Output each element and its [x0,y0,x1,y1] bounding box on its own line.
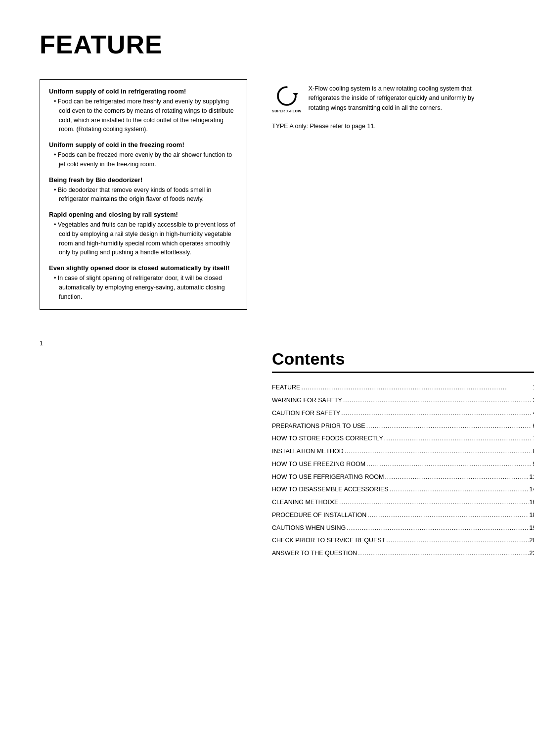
contents-item: HOW TO USE FREEZING ROOM9 [272,460,534,470]
contents-item-page: 19 [530,523,534,533]
contents-item-dots [347,523,528,533]
contents-item-dots [341,409,532,419]
contents-item: PREPARATIONS PRIOR TO USE6 [272,422,534,431]
contents-item-page: 20 [530,536,534,545]
contents-item-dots [384,434,532,444]
xflow-icon: SUPER X-FLOW [272,85,302,113]
left-column: Uniform supply of cold in refrigerating … [40,79,247,310]
contents-item-dots [367,511,528,520]
contents-item: ANSWER TO THE QUESTION22 [272,549,534,559]
text-uniform-freezing: • Foods can be freezed more evenly by th… [54,150,238,169]
type-note: TYPE A only: Please refer to page 11. [272,123,494,130]
text-uniform-refrigerating: • Food can be refrigerated more freshly … [54,97,238,134]
heading-rail-system: Rapid opening and closing by rail system… [49,211,238,218]
bottom-layout: 1 Contents FEATURE1WARNING FOR SAFETY2CA… [40,339,494,562]
contents-item-dots [339,498,528,508]
contents-item: HOW TO USE FEFRIGERATING ROOM11 [272,472,534,482]
heading-uniform-freezing: Uniform supply of cold in the freezing r… [49,141,238,148]
contents-list: FEATURE1WARNING FOR SAFETY2CAUTION FOR S… [272,383,534,559]
contents-item-page: 11 [530,472,534,482]
contents-item-dots [343,396,532,406]
contents-item-label: CHECK PRIOR TO SERVICE REQUEST [272,536,385,545]
contents-item-dots [385,472,528,482]
contents-item-dots [386,536,528,546]
text-bio-deodorizer: • Bio deodorizer that remove every kinds… [54,186,238,204]
contents-item-label: PREPARATIONS PRIOR TO USE [272,422,365,431]
contents-item: HOW TO STORE FOODS CORRECTLY7 [272,434,534,444]
contents-item-label: PROCEDURE OF INSTALLATION [272,511,366,520]
heading-bio-deodorizer: Being fresh by Bio deodorizer! [49,176,238,184]
text-rail-system: • Vegetables and fruits can be rapidly a… [54,220,238,257]
contents-title: Contents [272,349,534,373]
contents-section: Contents FEATURE1WARNING FOR SAFETY2CAUT… [272,349,534,559]
heading-auto-close: Even slightly opened door is closed auto… [49,264,238,272]
contents-item: FEATURE1 [272,383,534,393]
xflow-text: X-Flow cooling system is a new rotating … [309,84,494,113]
xflow-arrow-icon [276,85,298,107]
contents-item-dots [390,485,529,495]
bottom-left-spacer: 1 [40,339,247,562]
contents-item: HOW TO DISASSEMBLE ACCESSORIES14 [272,485,534,495]
contents-item-dots [358,549,528,559]
contents-item-page: 14 [530,485,534,494]
text-auto-close: • In case of slight opening of refrigera… [54,274,238,301]
contents-item-label: CAUTION FOR SAFETY [272,409,340,418]
contents-item: CAUTION FOR SAFETY4 [272,409,534,419]
contents-item-label: FEATURE [272,383,300,392]
contents-item-label: INSTALLATION METHOD [272,447,344,456]
contents-item-dots [366,460,532,470]
contents-item-label: WARNING FOR SAFETY [272,396,342,405]
contents-column: Contents FEATURE1WARNING FOR SAFETY2CAUT… [272,339,534,562]
contents-item-label: CLEANING METHODŒ [272,498,338,507]
contents-item-label: HOW TO USE FEFRIGERATING ROOM [272,472,384,482]
contents-item-label: HOW TO DISASSEMBLE ACCESSORIES [272,485,389,494]
feature-section-bio-deodorizer: Being fresh by Bio deodorizer! • Bio deo… [49,176,238,204]
main-layout: Uniform supply of cold in refrigerating … [40,79,494,310]
feature-box: Uniform supply of cold in refrigerating … [40,79,247,310]
xflow-label: SUPER X-FLOW [272,109,302,113]
contents-item-page: 22 [530,549,534,558]
right-column: SUPER X-FLOW X-Flow cooling system is a … [272,79,494,310]
feature-section-auto-close: Even slightly opened door is closed auto… [49,264,238,301]
page-number: 1 [40,340,43,347]
contents-item: PROCEDURE OF INSTALLATION18 [272,511,534,520]
contents-item-dots [301,383,532,393]
page-title: FEATURE [40,30,494,59]
contents-item: CAUTIONS WHEN USING19 [272,523,534,533]
heading-uniform-refrigerating: Uniform supply of cold in refrigerating … [49,88,238,95]
feature-section-uniform-refrigerating: Uniform supply of cold in refrigerating … [49,88,238,134]
contents-item: CLEANING METHODŒ16 [272,498,534,508]
contents-item-label: ANSWER TO THE QUESTION [272,549,357,558]
xflow-section: SUPER X-FLOW X-Flow cooling system is a … [272,84,494,113]
contents-item: WARNING FOR SAFETY2 [272,396,534,406]
contents-item-label: HOW TO STORE FOODS CORRECTLY [272,434,383,443]
contents-item-page: 18 [530,511,534,520]
contents-item: INSTALLATION METHOD8 [272,447,534,457]
feature-section-rail-system: Rapid opening and closing by rail system… [49,211,238,257]
contents-item-page: 16 [530,498,534,507]
contents-item-dots [345,447,532,457]
contents-item-label: CAUTIONS WHEN USING [272,523,346,533]
feature-section-uniform-freezing: Uniform supply of cold in the freezing r… [49,141,238,169]
contents-item-label: HOW TO USE FREEZING ROOM [272,460,365,469]
contents-item-dots [366,422,532,431]
contents-item: CHECK PRIOR TO SERVICE REQUEST20 [272,536,534,546]
